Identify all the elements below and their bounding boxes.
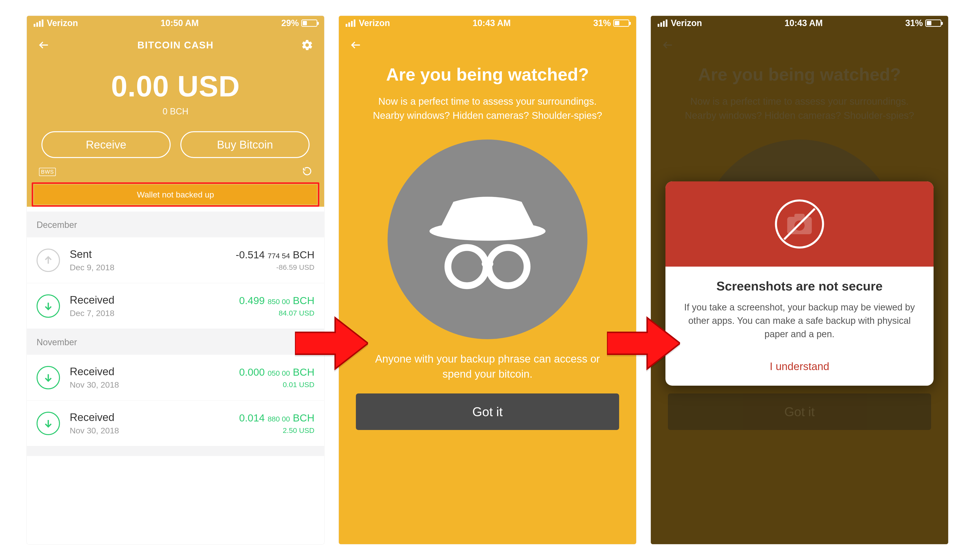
- warning-heading: Are you being watched?: [386, 65, 589, 85]
- carrier-label: Verizon: [47, 18, 78, 28]
- tx-date: Nov 30, 2018: [70, 426, 229, 435]
- back-button[interactable]: [37, 38, 51, 52]
- buy-bitcoin-button[interactable]: Buy Bitcoin: [181, 131, 309, 158]
- balance-fiat: 0.00 USD: [27, 69, 324, 103]
- modal-title: Screenshots are not secure: [680, 279, 919, 293]
- battery-percent: 29%: [281, 18, 299, 28]
- screen-wallet: Verizon 10:50 AM 29% BITCOIN CASH 0.00 U: [27, 16, 324, 544]
- warning-body: Now is a perfect time to assess your sur…: [368, 94, 607, 122]
- tx-amount-usd: -86.59 USD: [236, 263, 314, 272]
- page-title: BITCOIN CASH: [137, 40, 214, 51]
- received-icon: [37, 366, 60, 389]
- backup-warning-banner[interactable]: Wallet not backed up: [34, 185, 317, 204]
- tx-date: Dec 7, 2018: [70, 308, 229, 318]
- transaction-row[interactable]: Received Nov 30, 2018 0.000 050 00 BCH 0…: [27, 355, 324, 400]
- signal-icon: [658, 20, 667, 27]
- status-bar: Verizon 10:43 AM 31%: [339, 16, 636, 30]
- got-it-button[interactable]: Got it: [356, 393, 619, 430]
- modal-header: [666, 182, 933, 267]
- balance-crypto: 0 BCH: [27, 107, 324, 117]
- flow-arrow-icon: [607, 312, 680, 375]
- sent-icon: [37, 248, 60, 272]
- battery-icon: [301, 20, 317, 27]
- month-header: December: [27, 212, 324, 237]
- settings-button[interactable]: [300, 38, 314, 52]
- screen-backup-warning: Verizon 10:43 AM 31% Are you being watch…: [339, 16, 636, 544]
- svg-rect-8: [794, 214, 804, 219]
- month-header: November: [27, 329, 324, 355]
- tx-type: Received: [70, 294, 229, 306]
- svg-point-0: [430, 222, 545, 240]
- transaction-list: December Sent Dec 9, 2018 -0.514 774 54 …: [27, 212, 324, 456]
- bws-badge: BWS: [39, 168, 56, 176]
- warning-footer: Anyone with your backup phrase can acces…: [368, 351, 607, 381]
- carrier-label: Verizon: [671, 18, 702, 28]
- carrier-label: Verizon: [359, 18, 390, 28]
- tx-amount: 0.499 850 00 BCH: [239, 295, 314, 307]
- signal-icon: [33, 20, 43, 27]
- svg-point-9: [794, 220, 804, 230]
- svg-point-2: [489, 248, 527, 286]
- transaction-row[interactable]: Received Nov 30, 2018 0.014 880 00 BCH 2…: [27, 400, 324, 446]
- receive-button[interactable]: Receive: [42, 131, 171, 158]
- battery-percent: 31%: [593, 18, 611, 28]
- transaction-row[interactable]: Sent Dec 9, 2018 -0.514 774 54 BCH -86.5…: [27, 237, 324, 283]
- tx-type: Sent: [70, 248, 226, 260]
- status-time: 10:50 AM: [161, 18, 199, 28]
- back-button[interactable]: [349, 38, 363, 52]
- tx-date: Nov 30, 2018: [70, 380, 229, 390]
- received-icon: [37, 412, 60, 435]
- screen-screenshot-warning: Verizon 10:43 AM 31% Are you being watch…: [651, 16, 948, 544]
- status-time: 10:43 AM: [473, 18, 511, 28]
- tx-amount-usd: 2.50 USD: [239, 426, 314, 435]
- status-time: 10:43 AM: [784, 18, 823, 28]
- tx-amount: -0.514 774 54 BCH: [236, 249, 314, 261]
- refresh-icon[interactable]: [302, 166, 312, 177]
- battery-percent: 31%: [905, 18, 923, 28]
- battery-icon: [613, 20, 629, 27]
- backup-warning-highlight: Wallet not backed up: [32, 182, 319, 207]
- screenshot-modal: Screenshots are not secure If you take a…: [666, 182, 933, 386]
- incognito-icon: [388, 140, 587, 339]
- svg-marker-12: [607, 318, 680, 369]
- tx-amount-usd: 0.01 USD: [239, 380, 314, 389]
- no-camera-icon: [774, 198, 825, 250]
- status-bar: Verizon 10:50 AM 29%: [27, 16, 324, 30]
- tx-date: Dec 9, 2018: [70, 263, 226, 272]
- signal-icon: [346, 20, 355, 27]
- flow-arrow-icon: [295, 312, 368, 375]
- tx-type: Received: [70, 411, 229, 423]
- status-bar: Verizon 10:43 AM 31%: [651, 16, 948, 30]
- modal-body-text: If you take a screenshot, your backup ma…: [680, 301, 919, 341]
- svg-marker-11: [295, 318, 368, 369]
- modal-confirm-button[interactable]: I understand: [666, 348, 933, 386]
- svg-point-1: [448, 248, 486, 286]
- tx-amount: 0.014 880 00 BCH: [239, 412, 314, 424]
- received-icon: [37, 294, 60, 318]
- battery-icon: [925, 20, 942, 27]
- transaction-row[interactable]: Received Dec 7, 2018 0.499 850 00 BCH 84…: [27, 283, 324, 329]
- tx-type: Received: [70, 365, 229, 378]
